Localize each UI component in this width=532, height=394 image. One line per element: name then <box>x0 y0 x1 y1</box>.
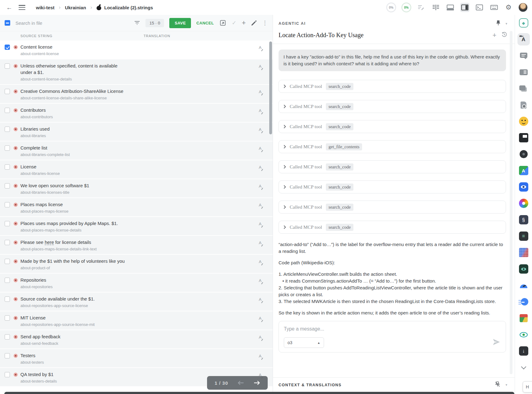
source-string[interactable]: Places maps license <box>20 202 63 207</box>
panel-caret-icon[interactable]: ▾ <box>505 22 507 26</box>
mosaic-app-icon[interactable] <box>517 246 530 259</box>
terminal-icon[interactable] <box>475 3 484 12</box>
row-checkbox[interactable] <box>5 145 10 151</box>
checklist-app-icon[interactable]: ≡ <box>517 230 530 242</box>
auto-translate-icon[interactable]: A <box>259 316 262 320</box>
model-selector[interactable]: o3 ▲ <box>284 337 324 348</box>
key-name[interactable]: about-repositories <box>20 284 129 289</box>
new-chat-icon[interactable]: + <box>492 32 496 39</box>
glossary-icon[interactable] <box>517 82 530 95</box>
progress-circle-reviewed[interactable]: 0% <box>401 2 411 12</box>
key-row[interactable]: Places maps license about-places-maps-li… <box>0 198 273 217</box>
tool-call-card[interactable]: Called MCP tool search_code <box>279 80 506 93</box>
tool-call-card[interactable]: Called MCP tool search_code <box>279 160 506 173</box>
auto-translate-icon[interactable]: A <box>259 109 262 113</box>
row-checkbox[interactable] <box>5 45 10 50</box>
compass-app-icon[interactable] <box>517 148 530 160</box>
source-string[interactable]: Unless otherwise specified, content is a… <box>20 63 118 75</box>
list-scrollbar[interactable] <box>269 41 272 391</box>
key-row[interactable]: Content license about-content-license A <box>0 41 273 59</box>
row-checkbox[interactable] <box>5 240 10 245</box>
ai-sparkle-icon[interactable]: ◆ <box>517 17 530 29</box>
save-button[interactable]: SAVE <box>169 18 191 28</box>
source-string[interactable]: Places uses maps provided by Apple Maps.… <box>20 221 118 226</box>
source-string[interactable]: Content license <box>20 44 52 50</box>
row-checkbox[interactable] <box>5 202 10 207</box>
key-name[interactable]: about-libraries <box>20 133 129 138</box>
tool-call-card[interactable]: Called MCP tool search_code <box>279 201 506 214</box>
key-name[interactable]: about-contributors <box>20 115 129 119</box>
emoji-app-icon[interactable] <box>517 115 530 128</box>
duplicate-icon[interactable] <box>219 19 227 27</box>
row-checkbox[interactable] <box>5 108 10 113</box>
row-checkbox[interactable] <box>5 334 10 340</box>
edit-list-icon[interactable] <box>417 3 426 12</box>
source-string[interactable]: QA tested by $1 <box>20 372 54 377</box>
table-view-icon[interactable] <box>431 3 440 12</box>
auto-translate-icon[interactable]: A <box>259 128 262 132</box>
key-name[interactable]: about-repositories-app-source-license <box>20 303 129 308</box>
source-string[interactable]: Made by the $1 with the help of voluntee… <box>20 258 125 264</box>
eye-app-icon[interactable] <box>517 181 530 193</box>
tool-call-card[interactable]: Called MCP tool search_code <box>279 180 506 193</box>
key-row[interactable]: Testers about-testers A <box>0 349 273 368</box>
filter-icon[interactable] <box>134 20 140 25</box>
source-string[interactable]: Please see here for license details <box>20 240 91 245</box>
pin-icon[interactable] <box>496 20 501 27</box>
key-row[interactable]: Contributors about-contributors A <box>0 104 273 123</box>
edit-pencil-icon[interactable] <box>251 20 257 26</box>
cube-app-icon[interactable] <box>517 312 530 324</box>
auto-translate-icon[interactable]: A <box>259 45 262 50</box>
panel-scrollbar[interactable] <box>510 31 513 374</box>
key-name[interactable]: about-content-license <box>20 51 129 56</box>
auto-translate-icon[interactable]: A <box>259 279 262 283</box>
key-name[interactable]: about-testers-details <box>20 379 129 384</box>
notebook-app-icon[interactable] <box>517 132 530 144</box>
source-string[interactable]: Source code available under the $1. <box>20 296 95 301</box>
next-page-icon[interactable] <box>253 380 260 385</box>
breadcrumb-filename[interactable]: Localizable (2).strings <box>104 5 153 10</box>
row-checkbox[interactable] <box>5 297 10 302</box>
settings-gear-icon[interactable]: ⚙ <box>504 3 513 12</box>
row-checkbox[interactable] <box>5 353 10 358</box>
color-wheel-app-icon[interactable] <box>517 197 530 210</box>
add-key-icon[interactable]: + <box>242 19 246 26</box>
key-name[interactable]: about-testers <box>20 360 129 365</box>
auto-translate-icon[interactable]: A <box>259 90 262 94</box>
source-string[interactable]: Contributors <box>20 107 46 113</box>
auto-translate-icon[interactable]: A <box>259 335 262 339</box>
history-icon[interactable] <box>501 32 507 39</box>
auto-translate-icon[interactable]: A <box>259 354 262 358</box>
source-string[interactable]: Libraries used <box>20 126 50 132</box>
auto-translate-icon[interactable]: A <box>259 297 262 301</box>
row-checkbox[interactable] <box>5 221 10 226</box>
source-string[interactable]: Complete list <box>20 145 47 150</box>
auto-translate-icon[interactable]: A <box>259 222 262 226</box>
user-avatar[interactable] <box>518 3 528 12</box>
select-all-checkbox[interactable] <box>5 20 10 26</box>
menu-icon[interactable] <box>19 5 25 10</box>
key-row[interactable]: Please see here for license details abou… <box>0 236 273 255</box>
key-name[interactable]: about-content-license-details <box>20 77 129 82</box>
row-checkbox[interactable] <box>5 164 10 170</box>
headset-app-icon[interactable] <box>517 279 530 292</box>
breadcrumb-project[interactable]: wiki-test <box>36 5 54 10</box>
row-checkbox[interactable] <box>5 372 10 377</box>
legal-section-app-icon[interactable]: § <box>517 214 530 226</box>
key-name[interactable]: about-places-maps-license-details-link-t… <box>20 247 129 252</box>
back-icon[interactable]: ← <box>5 4 14 11</box>
message-input[interactable]: Type a message... <box>284 326 501 332</box>
source-string[interactable]: Repositories <box>20 277 46 283</box>
row-checkbox[interactable] <box>5 259 10 264</box>
auto-translate-icon[interactable]: A <box>259 64 262 68</box>
prev-page-icon[interactable] <box>237 380 244 385</box>
tool-call-card[interactable]: Called MCP tool search_code <box>279 100 506 113</box>
comments-icon[interactable] <box>517 50 530 62</box>
row-checkbox[interactable] <box>5 127 10 132</box>
source-string[interactable]: We love open source software $1 <box>20 183 89 188</box>
source-string[interactable]: MIT License <box>20 315 45 320</box>
source-string[interactable]: License <box>20 164 37 169</box>
source-string[interactable]: Testers <box>20 353 35 358</box>
key-name[interactable]: about-product-of <box>20 266 129 271</box>
key-name[interactable]: about-places-maps-license-details <box>20 228 129 233</box>
